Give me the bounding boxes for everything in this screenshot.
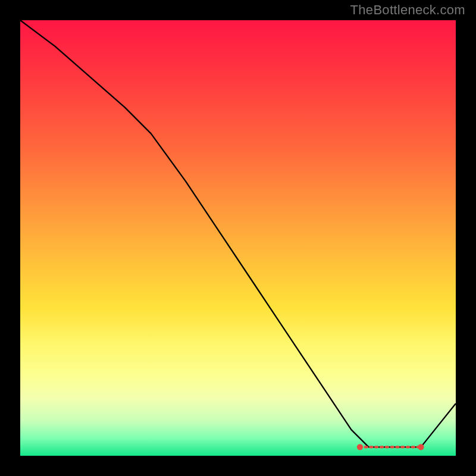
bottleneck-curve <box>20 20 456 447</box>
watermark-text: TheBottleneck.com <box>350 2 465 18</box>
marker-dot-left <box>357 444 363 450</box>
chart-frame: TheBottleneck.com <box>0 0 476 476</box>
marker-dot-right <box>418 444 424 450</box>
chart-overlay-svg <box>20 20 456 456</box>
